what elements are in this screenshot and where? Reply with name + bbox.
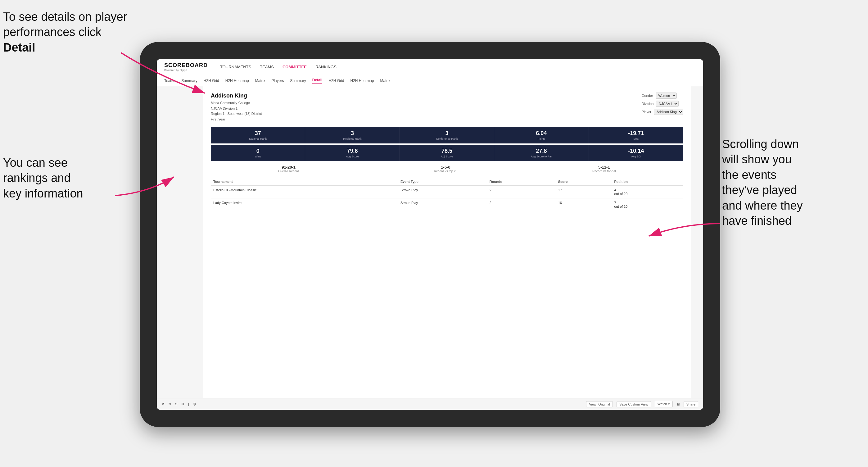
table-row: Estella CC-Mountain Classic Stroke Play … xyxy=(211,186,683,198)
col-position: Position xyxy=(612,178,683,186)
undo-icon[interactable]: ↺ xyxy=(162,402,164,406)
gender-filter-row: Gender Women xyxy=(642,93,683,99)
table-row: Lady Coyote Invite Stroke Play 2 16 7 ou… xyxy=(211,198,683,211)
record-value-top50: 5-11-1 xyxy=(598,165,610,169)
stat-label-national-rank: National Rank xyxy=(249,137,267,141)
subnav-h2h-grid[interactable]: H2H Grid xyxy=(204,79,219,83)
app-header: SCOREBOARD Powered by clippd TOURNAMENTS… xyxy=(157,59,703,75)
annotation-top-left: To see details on player performances cl… xyxy=(3,9,133,55)
tablet-screen: SCOREBOARD Powered by clippd TOURNAMENTS… xyxy=(157,59,703,410)
stat-label-avg-sg: Avg SG xyxy=(631,155,641,158)
stat-label-avg-score-to-par: Avg Score to Par xyxy=(531,155,552,158)
stat-label-regional-rank: Regional Rank xyxy=(343,137,362,141)
stat-value-avg-sg: -10.14 xyxy=(628,148,644,154)
player-college: Mesa Community College xyxy=(211,100,262,106)
cell-score-1: 17 xyxy=(556,186,612,198)
nav-rankings[interactable]: RANKINGS xyxy=(315,65,337,69)
stat-national-rank: 37 National Rank xyxy=(211,127,305,144)
stat-regional-rank: 3 Regional Rank xyxy=(305,127,400,144)
cell-event-type-2: Stroke Play xyxy=(398,198,487,211)
record-value-overall: 91-20-1 xyxy=(282,165,296,169)
stat-label-wins: Wins xyxy=(255,155,261,158)
stat-value-wins: 0 xyxy=(256,148,259,154)
nav-tournaments[interactable]: TOURNAMENTS xyxy=(220,65,251,69)
nav-teams[interactable]: TEAMS xyxy=(260,65,274,69)
subnav-h2h-grid2[interactable]: H2H Grid xyxy=(329,79,344,83)
stat-conference-rank: 3 Conference Rank xyxy=(400,127,494,144)
view-original-button[interactable]: View: Original xyxy=(586,401,613,407)
annotation-right: Scrolling down will show you the events … xyxy=(722,136,865,228)
stat-label-sos: SoS xyxy=(633,137,639,141)
cell-tournament-1: Estella CC-Mountain Classic xyxy=(211,186,398,198)
separator: | xyxy=(188,402,189,406)
division-label: Division xyxy=(642,102,654,105)
stat-avg-score: 79.6 Avg Score xyxy=(305,145,400,161)
subnav-summary[interactable]: Summary xyxy=(181,79,197,83)
record-top25: 1-5-0 Record vs top 25 xyxy=(434,165,458,173)
subnav-detail[interactable]: Detail xyxy=(312,78,322,84)
share-button[interactable]: Share xyxy=(684,401,698,407)
screen-icon[interactable]: 🖥 xyxy=(677,402,680,406)
settings-icon[interactable]: ⚙ xyxy=(181,402,184,406)
logo-title: SCOREBOARD xyxy=(164,62,208,69)
stat-label-points: Points xyxy=(537,137,545,141)
clock-icon[interactable]: ⏱ xyxy=(193,402,196,406)
annotation-bottom-left: You can see rankings and key information xyxy=(3,155,121,201)
subnav-h2h-heatmap[interactable]: H2H Heatmap xyxy=(225,79,249,83)
stat-adj-score: 78.5 Adj Score xyxy=(400,145,494,161)
cell-score-2: 16 xyxy=(556,198,612,211)
record-label-overall: Overall Record xyxy=(278,169,299,173)
cell-event-type-1: Stroke Play xyxy=(398,186,487,198)
col-tournament: Tournament xyxy=(211,178,398,186)
save-custom-view-button[interactable]: Save Custom View xyxy=(617,401,651,407)
stat-value-adj-score: 78.5 xyxy=(441,148,452,154)
scoreboard-logo: SCOREBOARD Powered by clippd xyxy=(164,62,208,72)
subnav-summary2[interactable]: Summary xyxy=(290,79,306,83)
main-nav: TOURNAMENTS TEAMS COMMITTEE RANKINGS xyxy=(220,65,337,69)
stat-sos: -19.71 SoS xyxy=(589,127,683,144)
stat-value-national-rank: 37 xyxy=(255,130,261,136)
stat-label-conference-rank: Conference Rank xyxy=(436,137,458,141)
player-label: Player xyxy=(642,110,651,114)
stat-points: 6.04 Points xyxy=(494,127,589,144)
logo-subtitle: Powered by clippd xyxy=(164,69,208,72)
player-select[interactable]: Addison King xyxy=(654,109,683,115)
subnav-h2h-heatmap2[interactable]: H2H Heatmap xyxy=(350,79,374,83)
cell-position-2: 7 out of 20 xyxy=(612,198,683,211)
gender-select[interactable]: Women xyxy=(656,93,677,99)
record-label-top50: Record vs top 50 xyxy=(592,169,616,173)
player-year: First Year xyxy=(211,117,262,122)
stat-value-regional-rank: 3 xyxy=(351,130,354,136)
division-select[interactable]: NJCAA I xyxy=(656,101,679,107)
subnav-players[interactable]: Players xyxy=(271,79,284,83)
cell-tournament-2: Lady Coyote Invite xyxy=(211,198,398,211)
stat-value-conference-rank: 3 xyxy=(445,130,448,136)
cell-rounds-2: 2 xyxy=(487,198,556,211)
player-info-row: Addison King Mesa Community College NJCA… xyxy=(211,93,683,122)
tournaments-table: Tournament Event Type Rounds Score Posit… xyxy=(211,178,683,211)
stat-label-adj-score: Adj Score xyxy=(441,155,453,158)
player-name: Addison King xyxy=(211,93,262,99)
stat-value-points: 6.04 xyxy=(536,130,547,136)
redo-icon[interactable]: ↻ xyxy=(168,402,171,406)
cell-rounds-1: 2 xyxy=(487,186,556,198)
bottom-toolbar: ↺ ↻ ⊕ ⚙ | ⏱ View: Original Save Custom V… xyxy=(157,398,703,410)
player-division: NJCAA Division 1 xyxy=(211,106,262,112)
main-content: Addison King Mesa Community College NJCA… xyxy=(157,86,703,398)
stat-value-avg-score-to-par: 27.8 xyxy=(536,148,547,154)
record-overall: 91-20-1 Overall Record xyxy=(278,165,299,173)
col-event-type: Event Type xyxy=(398,178,487,186)
nav-committee[interactable]: COMMITTEE xyxy=(282,65,307,69)
subnav-teams[interactable]: Teams xyxy=(164,79,175,83)
zoom-icon[interactable]: ⊕ xyxy=(175,402,178,406)
subnav-matrix[interactable]: Matrix xyxy=(255,79,266,83)
record-value-top25: 1-5-0 xyxy=(441,165,450,169)
records-row: 91-20-1 Overall Record 1-5-0 Record vs t… xyxy=(211,165,683,173)
gender-label: Gender xyxy=(642,94,653,97)
stat-avg-sg: -10.14 Avg SG xyxy=(589,145,683,161)
watch-button[interactable]: Watch ▾ xyxy=(655,401,673,407)
stats-row1: 37 National Rank 3 Regional Rank 3 Confe… xyxy=(211,127,683,144)
stat-value-avg-score: 79.6 xyxy=(347,148,358,154)
table-header-row: Tournament Event Type Rounds Score Posit… xyxy=(211,178,683,186)
subnav-matrix2[interactable]: Matrix xyxy=(380,79,391,83)
